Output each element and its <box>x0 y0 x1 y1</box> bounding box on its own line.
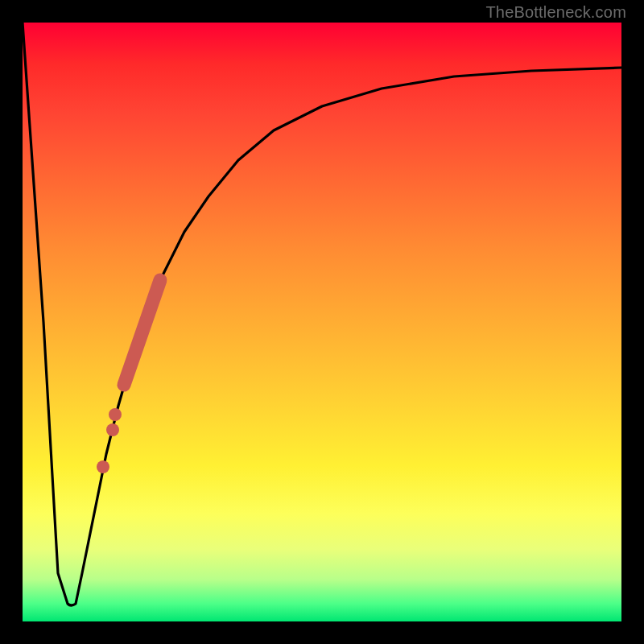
chart-frame: TheBottleneck.com <box>0 0 644 644</box>
watermark-text: TheBottleneck.com <box>485 3 626 22</box>
marker-dot <box>97 460 109 473</box>
marker-dot <box>109 408 122 421</box>
bottleneck-curve <box>23 23 621 605</box>
chart-overlay <box>23 23 621 621</box>
marker-band <box>124 280 160 385</box>
marker-dot <box>106 423 119 436</box>
